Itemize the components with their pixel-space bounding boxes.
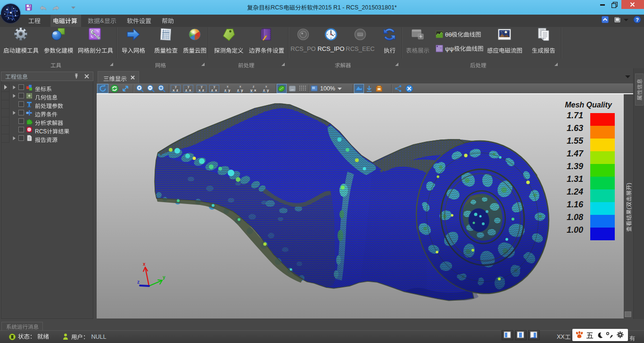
svg-text:x: x (215, 88, 217, 92)
svg-text:z: z (253, 85, 255, 88)
svg-text:z: z (202, 88, 204, 92)
svg-text:y: y (241, 88, 243, 92)
svg-text:x: x (265, 85, 267, 88)
svg-text:y: y (201, 85, 203, 89)
svg-text:x: x (198, 88, 201, 92)
svg-text:z: z (224, 88, 226, 92)
svg-text:z: z (185, 88, 187, 92)
svg-text:(: ( (626, 207, 632, 209)
svg-text:y: y (267, 88, 269, 92)
svg-text:y: y (250, 88, 253, 92)
svg-text:y: y (214, 85, 215, 89)
svg-text:): ) (626, 183, 632, 185)
svg-text:z: z (211, 88, 213, 92)
svg-text:z: z (176, 88, 178, 92)
svg-text:y: y (175, 85, 177, 89)
svg-text:y: y (163, 275, 165, 280)
svg-text:x: x (254, 88, 256, 92)
svg-text:x: x (227, 85, 229, 88)
svg-text:z: z (137, 279, 140, 285)
svg-text:y: y (228, 88, 231, 92)
svg-text:?: ? (636, 17, 639, 23)
svg-text:RCS: RCS (35, 129, 47, 134)
svg-text:x: x (239, 85, 241, 88)
svg-text:x: x (173, 88, 175, 92)
svg-text:y: y (188, 85, 190, 89)
svg-text:x: x (143, 261, 146, 267)
svg-text:x: x (189, 88, 191, 92)
svg-text:z: z (263, 88, 265, 92)
svg-text:z: z (237, 88, 239, 92)
